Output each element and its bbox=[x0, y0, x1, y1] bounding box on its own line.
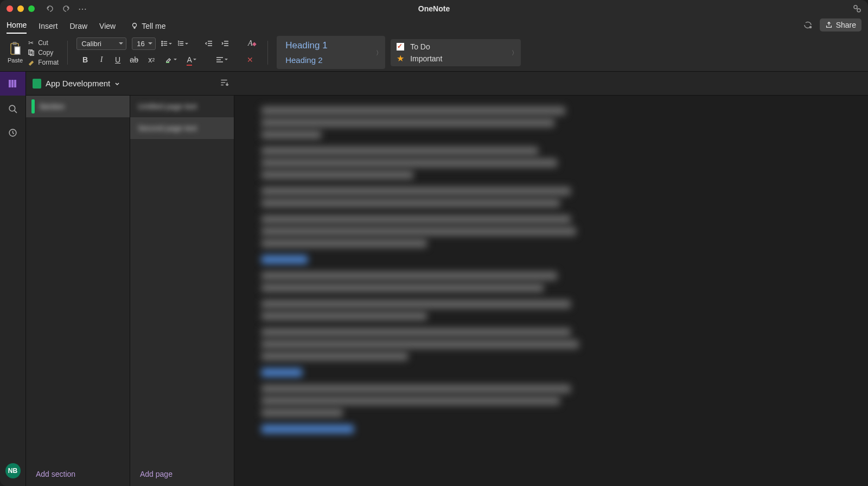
note-paragraph bbox=[261, 147, 841, 179]
note-paragraph bbox=[261, 384, 841, 417]
page-item[interactable]: Second page text bbox=[130, 117, 234, 139]
note-paragraph bbox=[261, 300, 841, 320]
format-painter-button[interactable]: Format bbox=[27, 58, 59, 67]
more-icon[interactable]: ⋯ bbox=[78, 4, 87, 13]
font-color-button[interactable]: A bbox=[184, 54, 199, 65]
indent-button[interactable] bbox=[220, 38, 231, 49]
styles-expand-icon[interactable]: 〉 bbox=[376, 48, 382, 56]
window-title: OneNote bbox=[418, 4, 450, 13]
strikethrough-button[interactable]: ab bbox=[129, 54, 139, 65]
note-paragraph bbox=[261, 215, 841, 248]
notebooks-icon bbox=[8, 79, 18, 89]
paste-label: Paste bbox=[8, 57, 23, 64]
svg-point-2 bbox=[133, 23, 137, 27]
clear-formatting-button[interactable]: A◆ bbox=[246, 38, 259, 49]
tab-view[interactable]: View bbox=[99, 20, 116, 34]
search-icon bbox=[8, 104, 17, 113]
svg-rect-6 bbox=[15, 47, 20, 54]
note-canvas[interactable] bbox=[234, 96, 868, 486]
note-paragraph bbox=[261, 272, 841, 292]
window-minimize[interactable] bbox=[17, 5, 24, 12]
section-item[interactable]: Section bbox=[26, 96, 130, 117]
star-icon: ★ bbox=[396, 54, 405, 63]
font-size-select[interactable] bbox=[132, 37, 156, 50]
page-item[interactable]: Untitled page text bbox=[130, 96, 234, 117]
notebooks-button[interactable] bbox=[0, 72, 26, 96]
undo-icon[interactable] bbox=[46, 4, 54, 13]
search-button[interactable] bbox=[8, 103, 18, 114]
tab-draw[interactable]: Draw bbox=[69, 20, 87, 34]
svg-rect-15 bbox=[14, 80, 16, 87]
cut-button[interactable]: ✂Cut bbox=[27, 39, 59, 47]
note-paragraph bbox=[261, 425, 841, 433]
tag-important[interactable]: ★ Important bbox=[396, 54, 515, 63]
highlight-button[interactable] bbox=[163, 54, 178, 65]
sort-button[interactable] bbox=[213, 78, 235, 90]
redo-icon[interactable] bbox=[62, 4, 71, 13]
notebook-icon bbox=[33, 79, 41, 89]
clipboard-icon bbox=[9, 42, 22, 56]
sync-icon[interactable] bbox=[803, 21, 812, 29]
svg-point-11 bbox=[162, 45, 163, 46]
share-icon bbox=[825, 21, 833, 29]
share-label: Share bbox=[836, 21, 856, 29]
add-page-button[interactable]: Add page bbox=[130, 462, 234, 486]
bullets-button[interactable] bbox=[161, 38, 172, 49]
tag-todo[interactable]: To Do bbox=[396, 42, 515, 51]
note-paragraph bbox=[261, 106, 841, 139]
style-heading1[interactable]: Heading 1 bbox=[282, 39, 380, 52]
paste-button[interactable]: Paste bbox=[5, 42, 25, 64]
note-paragraph bbox=[261, 328, 841, 361]
chevron-down-icon bbox=[114, 81, 120, 86]
subscript-button[interactable]: x2 bbox=[145, 54, 158, 65]
tags-gallery[interactable]: To Do ★ Important 〉 bbox=[391, 39, 521, 66]
tell-me-label: Tell me bbox=[142, 22, 165, 30]
add-section-button[interactable]: Add section bbox=[26, 462, 130, 486]
notebook-dropdown[interactable]: App Development bbox=[26, 79, 868, 89]
outdent-button[interactable] bbox=[203, 38, 214, 49]
window-close[interactable] bbox=[7, 5, 13, 12]
tell-me[interactable]: Tell me bbox=[131, 20, 165, 34]
note-paragraph bbox=[261, 368, 841, 377]
tags-expand-icon[interactable]: 〉 bbox=[512, 48, 518, 56]
user-avatar[interactable]: NB bbox=[5, 463, 21, 478]
svg-rect-14 bbox=[11, 80, 14, 87]
svg-rect-12 bbox=[166, 62, 169, 63]
svg-point-16 bbox=[9, 105, 15, 111]
paintbrush-icon bbox=[27, 59, 35, 66]
styles-gallery[interactable]: Heading 1 Heading 2 〉 bbox=[277, 36, 385, 69]
recent-button[interactable] bbox=[8, 127, 18, 138]
font-name-select[interactable] bbox=[76, 37, 126, 50]
tab-insert[interactable]: Insert bbox=[39, 20, 58, 34]
copy-icon bbox=[27, 49, 35, 56]
clock-icon bbox=[8, 128, 17, 137]
copy-button[interactable]: Copy bbox=[27, 48, 59, 57]
section-label: Section bbox=[39, 102, 65, 111]
style-heading2[interactable]: Heading 2 bbox=[282, 54, 380, 66]
bold-button[interactable]: B bbox=[80, 54, 91, 65]
tab-home[interactable]: Home bbox=[7, 18, 27, 34]
numbering-button[interactable] bbox=[177, 38, 188, 49]
note-paragraph bbox=[261, 255, 841, 264]
align-button[interactable] bbox=[214, 54, 229, 65]
svg-point-9 bbox=[162, 41, 163, 42]
underline-button[interactable]: U bbox=[112, 54, 123, 65]
window-zoom[interactable] bbox=[28, 5, 35, 12]
note-paragraph bbox=[261, 187, 841, 207]
share-button[interactable]: Share bbox=[820, 18, 861, 31]
scissors-icon: ✂ bbox=[27, 39, 35, 47]
checkbox-icon bbox=[396, 42, 405, 51]
italic-button[interactable]: I bbox=[96, 54, 107, 65]
clear-button[interactable]: ✕ bbox=[245, 54, 256, 65]
lightbulb-icon bbox=[131, 22, 138, 30]
section-color-tab bbox=[31, 99, 35, 113]
window-mode-icon[interactable] bbox=[853, 4, 861, 13]
notebook-name: App Development bbox=[46, 79, 110, 88]
svg-point-10 bbox=[162, 43, 163, 44]
svg-rect-13 bbox=[9, 80, 11, 87]
svg-point-3 bbox=[809, 27, 811, 28]
